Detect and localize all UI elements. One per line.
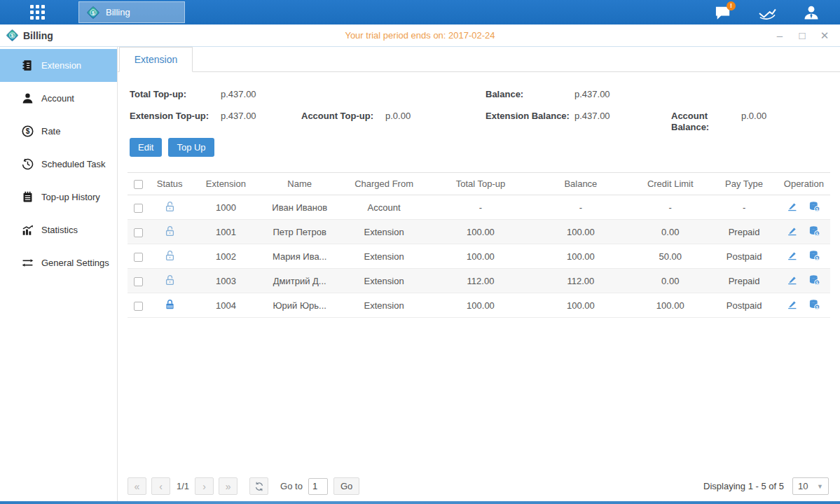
cell-balance: - — [532, 195, 630, 220]
extension-balance-label: Extension Balance: — [486, 111, 574, 132]
cell-charged-from: Extension — [338, 269, 429, 293]
top-up-row-icon[interactable]: $ — [808, 225, 820, 237]
minimize-button[interactable]: – — [774, 30, 785, 41]
top-up-row-icon[interactable]: $ — [808, 201, 820, 212]
column-header: Status — [149, 173, 191, 195]
history-clock-icon — [22, 158, 34, 170]
taskbar-tab-billing[interactable]: $ Billing — [78, 1, 185, 23]
extension-table: StatusExtensionNameCharged FromTotal Top… — [128, 172, 830, 318]
row-checkbox[interactable] — [134, 228, 143, 237]
app-grid-icon — [30, 5, 45, 20]
user-account-button[interactable] — [802, 4, 820, 22]
table-row: 1002 Мария Ива... Extension 100.00 100.0… — [128, 244, 830, 269]
cell-extension: 1004 — [191, 293, 261, 318]
line-chart-icon — [758, 5, 776, 20]
cell-name: Дмитрий Д... — [261, 269, 338, 293]
cell-extension: 1001 — [191, 220, 261, 244]
column-header: Total Top-up — [429, 173, 531, 195]
tab-bar: Extension — [118, 47, 840, 72]
bar-chart-icon — [22, 224, 34, 236]
table-row: 1004 Юрий Юрь... Extension 100.00 100.00… — [128, 293, 830, 318]
last-page-button[interactable]: » — [219, 477, 237, 495]
row-checkbox[interactable] — [134, 302, 143, 311]
edit-row-icon[interactable] — [787, 225, 798, 237]
close-button[interactable]: ✕ — [819, 30, 830, 41]
window-title: Billing — [23, 30, 53, 41]
sidebar-item-label: Top-up History — [41, 192, 100, 202]
messages-button[interactable]: ! — [714, 4, 732, 22]
edit-row-icon[interactable] — [787, 299, 798, 310]
column-header: Extension — [191, 173, 261, 195]
top-up-row-icon[interactable]: $ — [808, 274, 820, 286]
window-bottom-edge — [0, 501, 840, 504]
cell-credit-limit: 0.00 — [630, 269, 710, 293]
goto-page-input[interactable] — [308, 478, 328, 495]
sidebar-item-account[interactable]: Account — [0, 82, 117, 115]
cell-name: Иван Иванов — [261, 195, 338, 220]
sidebar-item-rate[interactable]: $ Rate — [0, 115, 117, 148]
page-size-select[interactable]: 10 ▼ — [792, 477, 829, 495]
cell-extension: 1000 — [191, 195, 261, 220]
app-launcher-button[interactable] — [13, 0, 62, 24]
cell-pay-type: Prepaid — [710, 220, 777, 244]
cell-balance: 112.00 — [532, 269, 630, 293]
row-checkbox[interactable] — [134, 253, 143, 262]
tab-extension[interactable]: Extension — [119, 47, 193, 72]
person-icon — [803, 4, 820, 21]
cell-credit-limit: - — [630, 195, 710, 220]
status-unlocked-icon — [164, 200, 176, 212]
edit-row-icon[interactable] — [787, 250, 798, 261]
page-size-value: 10 — [798, 481, 808, 491]
go-button[interactable]: Go — [333, 477, 359, 495]
chevron-down-icon: ▼ — [817, 483, 823, 490]
top-up-row-icon[interactable]: $ — [808, 250, 820, 261]
account-topup-value: p.0.00 — [385, 111, 486, 132]
cell-total-topup: 100.00 — [429, 220, 531, 244]
account-balance-value: p.0.00 — [741, 111, 840, 132]
edit-row-icon[interactable] — [787, 274, 798, 286]
first-page-button[interactable]: « — [128, 477, 146, 495]
refresh-button[interactable] — [249, 477, 268, 495]
sidebar-item-extension[interactable]: Extension — [0, 49, 117, 82]
cell-total-topup: - — [429, 195, 531, 220]
sidebar-item-topup-history[interactable]: Top-up History — [0, 181, 117, 214]
cell-pay-type: Postpaid — [710, 244, 777, 269]
table-row: 1000 Иван Иванов Account - - - - $ — [128, 195, 830, 220]
top-up-button[interactable]: Top Up — [168, 138, 214, 157]
status-locked-icon — [164, 298, 176, 310]
balance-label: Balance: — [486, 89, 574, 111]
extension-topup-label: Extension Top-up: — [130, 111, 221, 132]
header-checkbox-cell — [128, 173, 149, 195]
row-checkbox[interactable] — [134, 277, 143, 286]
window-controls: – □ ✕ — [774, 30, 830, 41]
top-up-row-icon[interactable]: $ — [808, 299, 820, 310]
content-area: Extension Total Top-up: p.437.00 Balance… — [118, 47, 840, 501]
sidebar-item-scheduled-task[interactable]: Scheduled Task — [0, 148, 117, 181]
trial-notice: Your trial period ends on: 2017-02-24 — [0, 30, 840, 41]
prev-page-button[interactable]: ‹ — [151, 477, 170, 495]
person-icon — [22, 92, 34, 104]
row-checkbox[interactable] — [134, 204, 143, 213]
edit-button[interactable]: Edit — [130, 138, 162, 157]
status-unlocked-icon — [164, 274, 176, 286]
sidebar-item-statistics[interactable]: Statistics — [0, 214, 117, 246]
select-all-checkbox[interactable] — [134, 180, 143, 189]
table-row: 1003 Дмитрий Д... Extension 112.00 112.0… — [128, 269, 830, 293]
maximize-button[interactable]: □ — [797, 30, 808, 41]
status-unlocked-icon — [164, 225, 176, 237]
sidebar-item-label: Statistics — [41, 225, 78, 235]
cell-extension: 1003 — [191, 269, 261, 293]
total-topup-value: p.437.00 — [221, 89, 301, 111]
cell-name: Юрий Юрь... — [261, 293, 338, 318]
window-titlebar: $ Billing Your trial period ends on: 201… — [0, 24, 840, 47]
sidebar-item-label: General Settings — [41, 258, 109, 268]
cell-charged-from: Account — [338, 195, 429, 220]
resource-monitor-button[interactable] — [758, 4, 776, 22]
sidebar-item-label: Account — [41, 93, 74, 104]
sliders-icon — [22, 257, 34, 269]
cell-total-topup: 100.00 — [429, 244, 531, 269]
sidebar-item-general-settings[interactable]: General Settings — [0, 246, 117, 279]
edit-row-icon[interactable] — [787, 201, 798, 212]
cell-name: Петр Петров — [261, 220, 338, 244]
next-page-button[interactable]: › — [195, 477, 214, 495]
